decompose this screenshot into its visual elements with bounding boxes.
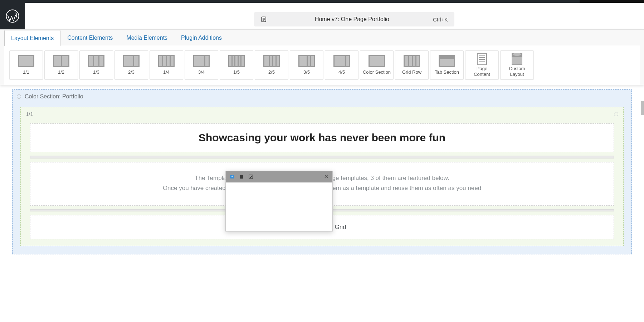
element-label: 3/4 (198, 69, 205, 75)
element-col-3-5[interactable]: 3/5 (290, 50, 323, 80)
element-page-content[interactable]: PageContent (465, 50, 499, 80)
element-label: 2/5 (268, 69, 275, 75)
element-label: PageContent (474, 66, 490, 77)
builder-panel: Layout ElementsContent ElementsMedia Ele… (0, 29, 644, 85)
heading-text: Showcasing your work has never been more… (199, 132, 445, 143)
page-title: Home v7: One Page Portfolio (271, 16, 433, 23)
admin-bar-strip (0, 0, 644, 3)
element-label: 1/1 (23, 69, 29, 75)
element-col-2-5[interactable]: 2/5 (255, 50, 288, 80)
element-custom-layout[interactable]: CustomLayout (500, 50, 534, 80)
scrollbar-thumb[interactable] (641, 101, 644, 115)
edit-icon[interactable] (248, 174, 254, 180)
tabs: Layout ElementsContent ElementsMedia Ele… (4, 30, 640, 46)
element-col-1-5[interactable]: 1/5 (220, 50, 253, 80)
column-header[interactable]: 1/1 (21, 107, 623, 120)
document-icon (260, 16, 267, 23)
element-label: 3/5 (303, 69, 310, 75)
header-row: Home v7: One Page Portfolio Ctrl+K (0, 3, 644, 29)
column-options-icon[interactable] (614, 112, 618, 116)
save-template-icon[interactable] (229, 174, 235, 180)
element-label: CustomLayout (509, 66, 525, 77)
heading-block[interactable]: Showcasing your work has never been more… (30, 123, 614, 152)
element-col-4-5[interactable]: 4/5 (325, 50, 358, 80)
svg-rect-6 (240, 175, 243, 179)
element-tab-section[interactable]: Tab Section (430, 50, 464, 80)
page-search[interactable]: Home v7: One Page Portfolio Ctrl+K (254, 12, 454, 26)
element-label: 4/5 (338, 69, 345, 75)
element-label: Tab Section (435, 69, 459, 75)
popover-body[interactable] (226, 182, 332, 231)
element-color-section[interactable]: Color Section (360, 50, 394, 80)
element-col-3-4[interactable]: 3/4 (185, 50, 218, 80)
column-label: 1/1 (26, 111, 33, 117)
element-label: Color Section (363, 69, 391, 75)
shortcut-label: Ctrl+K (433, 16, 448, 23)
element-label: 1/4 (163, 69, 170, 75)
tab-media-elements[interactable]: Media Elements (119, 30, 174, 46)
tab-plugin-additions[interactable]: Plugin Additions (174, 30, 229, 46)
wordpress-logo[interactable] (0, 3, 25, 29)
element-label: Grid Row (402, 69, 421, 75)
element-col-1-2[interactable]: 1/2 (44, 50, 78, 80)
element-grid-row[interactable]: Grid Row (395, 50, 429, 80)
clipboard-icon[interactable] (239, 174, 244, 180)
close-icon[interactable] (324, 174, 329, 180)
element-label: 2/3 (128, 69, 135, 75)
element-col-1-1[interactable]: 1/1 (9, 50, 43, 80)
elements-toolbar: 1/11/21/32/31/43/41/52/53/54/5Color Sect… (4, 46, 640, 85)
element-popover[interactable] (225, 171, 333, 231)
element-col-1-4[interactable]: 1/4 (150, 50, 183, 80)
wordpress-icon (5, 9, 20, 23)
drag-handle-icon[interactable] (17, 94, 21, 99)
element-col-1-3[interactable]: 1/3 (79, 50, 113, 80)
element-label: 1/5 (233, 69, 240, 75)
element-label: 1/2 (58, 69, 64, 75)
element-label: 1/3 (93, 69, 99, 75)
separator-block-1[interactable] (30, 156, 614, 158)
tab-content-elements[interactable]: Content Elements (60, 30, 119, 46)
element-col-2-3[interactable]: 2/3 (114, 50, 148, 80)
tab-layout-elements[interactable]: Layout Elements (4, 30, 60, 46)
section-label: Color Section: Portfolio (25, 93, 83, 100)
section-header[interactable]: Color Section: Portfolio (13, 90, 631, 103)
popover-toolbar (226, 171, 332, 182)
